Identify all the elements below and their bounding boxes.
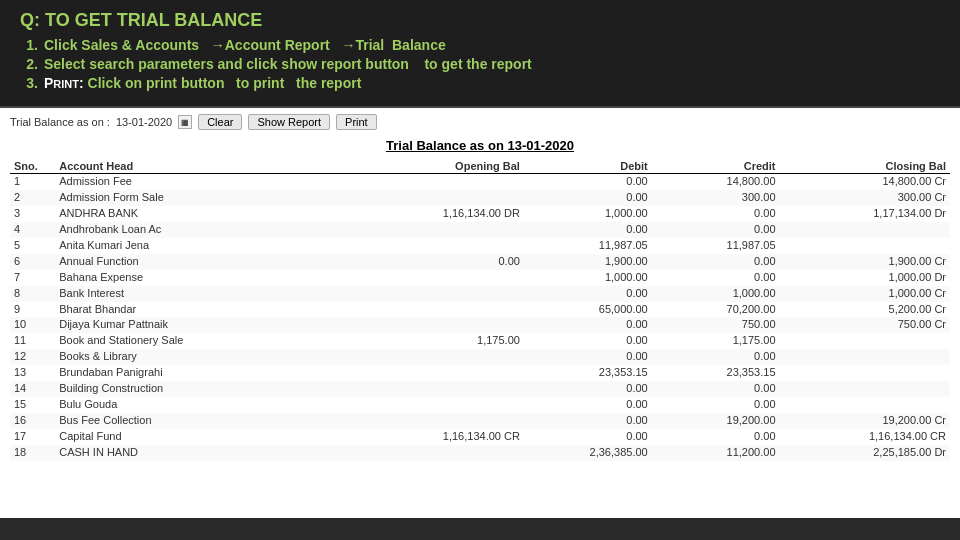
table-cell: 5 — [10, 238, 55, 254]
table-cell: 1,900.00 Cr — [780, 254, 950, 270]
table-cell — [780, 397, 950, 413]
table-cell: 18 — [10, 445, 55, 461]
table-cell: 0.00 — [339, 254, 524, 270]
col-header-debit: Debit — [524, 159, 652, 174]
table-cell: 300.00 Cr — [780, 190, 950, 206]
table-cell: 13 — [10, 365, 55, 381]
calendar-icon[interactable]: ▦ — [178, 115, 192, 129]
table-cell — [780, 365, 950, 381]
table-cell: 1,16,134.00 CR — [339, 429, 524, 445]
table-cell: 0.00 — [524, 190, 652, 206]
table-cell: 1,175.00 — [652, 333, 780, 349]
table-cell: Annual Function — [55, 254, 339, 270]
table-cell — [339, 365, 524, 381]
table-cell: 11,200.00 — [652, 445, 780, 461]
table-cell: 1 — [10, 174, 55, 190]
table-cell — [339, 222, 524, 238]
step-text-2: Select search parameters and click show … — [44, 56, 532, 72]
table-row: 18CASH IN HAND2,36,385.0011,200.002,25,1… — [10, 445, 950, 461]
table-row: 17Capital Fund1,16,134.00 CR0.000.001,16… — [10, 429, 950, 445]
table-cell: Admission Form Sale — [55, 190, 339, 206]
table-cell: 0.00 — [652, 381, 780, 397]
instruction-step-1: 1. Click Sales & Accounts →Account Repor… — [20, 37, 940, 53]
table-cell: 8 — [10, 286, 55, 302]
table-row: 16Bus Fee Collection0.0019,200.0019,200.… — [10, 413, 950, 429]
table-cell: 0.00 — [652, 349, 780, 365]
table-cell — [339, 317, 524, 333]
show-report-button[interactable]: Show Report — [248, 114, 330, 130]
table-cell: 0.00 — [652, 270, 780, 286]
table-row: 1Admission Fee0.0014,800.0014,800.00 Cr — [10, 174, 950, 190]
trial-balance-table: Sno. Account Head Opening Bal Debit Cred… — [10, 159, 950, 461]
table-cell: 2,36,385.00 — [524, 445, 652, 461]
table-cell: 0.00 — [524, 413, 652, 429]
toolbar-label: Trial Balance as on : — [10, 116, 110, 128]
table-cell: 0.00 — [524, 429, 652, 445]
table-cell: 0.00 — [652, 222, 780, 238]
col-header-account: Account Head — [55, 159, 339, 174]
table-cell: 6 — [10, 254, 55, 270]
step-number-1: 1. — [20, 37, 38, 53]
table-cell: 7 — [10, 270, 55, 286]
table-cell — [339, 381, 524, 397]
table-cell: 0.00 — [524, 286, 652, 302]
table-cell: Bank Interest — [55, 286, 339, 302]
table-cell: 0.00 — [524, 222, 652, 238]
table-row: 2Admission Form Sale0.00300.00300.00 Cr — [10, 190, 950, 206]
step-text-3: PRINT: Click on print button to print th… — [44, 75, 361, 91]
table-cell — [780, 222, 950, 238]
table-cell: Anita Kumari Jena — [55, 238, 339, 254]
table-cell — [339, 445, 524, 461]
table-cell: 1,16,134.00 CR — [780, 429, 950, 445]
step-number-3: 3. — [20, 75, 38, 91]
table-cell — [339, 174, 524, 190]
table-cell — [339, 413, 524, 429]
clear-button[interactable]: Clear — [198, 114, 242, 130]
print-button[interactable]: Print — [336, 114, 377, 130]
table-cell: Dijaya Kumar Pattnaik — [55, 317, 339, 333]
table-cell: 0.00 — [524, 174, 652, 190]
table-cell: 16 — [10, 413, 55, 429]
table-cell: Bharat Bhandar — [55, 302, 339, 318]
instruction-panel: Q: TO GET TRIAL BALANCE 1. Click Sales &… — [0, 0, 960, 108]
table-cell — [339, 190, 524, 206]
report-toolbar: Trial Balance as on : 13-01-2020 ▦ Clear… — [10, 114, 950, 130]
table-cell: 0.00 — [524, 349, 652, 365]
step-number-2: 2. — [20, 56, 38, 72]
table-cell: Bahana Expense — [55, 270, 339, 286]
table-cell: 11 — [10, 333, 55, 349]
table-cell: Books & Library — [55, 349, 339, 365]
table-cell: 10 — [10, 317, 55, 333]
col-header-opening: Opening Bal — [339, 159, 524, 174]
instruction-step-2: 2. Select search parameters and click sh… — [20, 56, 940, 72]
table-cell: 1,000.00 Cr — [780, 286, 950, 302]
table-header-row: Sno. Account Head Opening Bal Debit Cred… — [10, 159, 950, 174]
table-cell: 0.00 — [652, 254, 780, 270]
instruction-step-3: 3. PRINT: Click on print button to print… — [20, 75, 940, 91]
table-cell: 1,000.00 — [652, 286, 780, 302]
table-cell — [339, 238, 524, 254]
table-cell: 12 — [10, 349, 55, 365]
table-cell: 19,200.00 Cr — [780, 413, 950, 429]
table-cell — [780, 238, 950, 254]
print-label: PRINT — [44, 75, 79, 91]
table-row: 15Bulu Gouda0.000.00 — [10, 397, 950, 413]
table-cell — [339, 286, 524, 302]
table-cell — [339, 270, 524, 286]
col-header-credit: Credit — [652, 159, 780, 174]
table-cell: 17 — [10, 429, 55, 445]
table-cell: Brundaban Panigrahi — [55, 365, 339, 381]
table-row: 7Bahana Expense1,000.000.001,000.00 Dr — [10, 270, 950, 286]
table-cell: 1,000.00 — [524, 270, 652, 286]
table-cell — [780, 349, 950, 365]
table-cell: ANDHRA BANK — [55, 206, 339, 222]
table-cell: Admission Fee — [55, 174, 339, 190]
table-cell: 19,200.00 — [652, 413, 780, 429]
table-cell: 23,353.15 — [652, 365, 780, 381]
table-cell — [339, 397, 524, 413]
table-row: 10Dijaya Kumar Pattnaik0.00750.00750.00 … — [10, 317, 950, 333]
col-header-closing: Closing Bal — [780, 159, 950, 174]
table-cell: Building Construction — [55, 381, 339, 397]
table-cell: 0.00 — [524, 397, 652, 413]
table-cell: 23,353.15 — [524, 365, 652, 381]
